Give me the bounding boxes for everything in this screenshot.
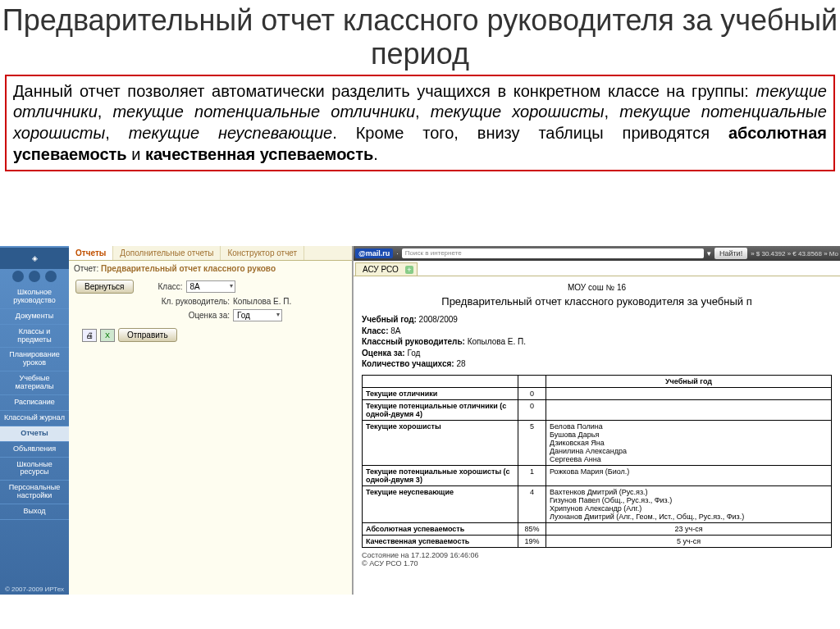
summary-row: Качественная успеваемость19%5 уч-ся	[363, 535, 832, 547]
desc-bold: качественная успеваемость	[145, 145, 373, 163]
description-box: Данный отчет позволяет автоматически раз…	[5, 75, 835, 171]
meta-row: Учебный год: 2008/2009	[362, 314, 832, 326]
tab-bar: ОтчетыДополнительные отчетыКонструктор о…	[69, 246, 352, 261]
sidebar-item[interactable]: Планирование уроков	[0, 348, 69, 371]
sidebar-item[interactable]: Школьное руководство	[0, 285, 69, 309]
school-name: МОУ сош № 16	[362, 283, 832, 292]
sidebar-item[interactable]: Учебные материалы	[0, 371, 69, 395]
mailru-toolbar: @mail.ru · Поиск в интернете ▾ Найти! » …	[354, 246, 840, 261]
preview-tab-label: АСУ РСО	[363, 265, 399, 274]
mailru-ticker: » $ 30.4392 » € 43.8568 » Мо	[751, 250, 838, 258]
tab-add-icon[interactable]: +	[405, 266, 413, 274]
excel-icon[interactable]: X	[100, 329, 115, 342]
mailru-dropdown-icon[interactable]: ▾	[707, 249, 711, 258]
mailru-logo[interactable]: @mail.ru	[355, 248, 393, 258]
sidebar-top-icons	[0, 271, 69, 282]
grade-select[interactable]: Год	[233, 309, 282, 321]
teacher-label: Кл. руководитель:	[139, 297, 230, 306]
desc-group: текущие потенциальные отличники	[112, 103, 415, 121]
table-row: Текущие потенциальные отличники (с одной…	[363, 399, 832, 420]
table-row: Текущие неуспевающие4Вахтенков Дмитрий (…	[363, 485, 832, 522]
meta-row: Количество учащихся: 28	[362, 358, 832, 370]
exit-icon[interactable]	[45, 271, 57, 282]
grade-label: Оценка за:	[139, 311, 230, 320]
report-table: Учебный год Текущие отличники0Текущие по…	[362, 375, 832, 548]
report-copyright: © АСУ РСО 1.70	[362, 559, 832, 568]
desc-text: .	[373, 145, 378, 163]
sidebar-copyright: © 2007-2009 ИРТех	[0, 586, 69, 593]
meta-row: Оценка за: Год	[362, 348, 832, 359]
report-timestamp: Состояние на 17.12.2009 16:46:06	[362, 551, 832, 560]
tab[interactable]: Конструктор отчет	[221, 246, 304, 260]
tab[interactable]: Дополнительные отчеты	[113, 246, 221, 260]
mailru-find-button[interactable]: Найти!	[714, 248, 747, 259]
sidebar-item[interactable]: Выход	[0, 504, 69, 520]
send-button[interactable]: Отправить	[118, 328, 177, 342]
meta-row: Класс: 8А	[362, 326, 832, 337]
table-row: Текущие отличники0	[363, 387, 832, 399]
mailru-search-input[interactable]: Поиск в интернете	[402, 248, 704, 258]
mailru-sep-icon: ·	[396, 249, 399, 258]
slide-title: Предварительный отчет классного руководи…	[0, 0, 840, 73]
sidebar-item[interactable]: Документы	[0, 309, 69, 325]
class-label: Класс:	[137, 282, 183, 291]
sidebar-item[interactable]: Классы и предметы	[0, 325, 69, 349]
back-button[interactable]: Вернуться	[75, 280, 134, 294]
table-row: Текущие хорошисты5Белова ПолинаБушова Да…	[363, 420, 832, 465]
col-header: Учебный год	[546, 375, 832, 387]
sidebar-item[interactable]: Классный журнал	[0, 411, 69, 426]
table-row: Текущие потенциальные хорошисты (с одной…	[363, 465, 832, 485]
home-icon[interactable]	[12, 271, 24, 282]
desc-text: Данный отчет позволяет автоматически раз…	[13, 82, 756, 100]
report-head-value: Предварительный отчет классного руково	[101, 264, 276, 273]
class-select[interactable]: 8А	[186, 280, 235, 293]
sidebar-item[interactable]: Школьные ресурсы	[0, 458, 69, 481]
summary-row: Абсолютная успеваемость85%23 уч-ся	[363, 522, 832, 535]
help-icon[interactable]	[29, 271, 40, 282]
desc-text: . Кроме того, внизу таблицы приводятся	[332, 124, 728, 142]
report-head-label: Отчет:	[74, 264, 98, 273]
desc-group: текущие хорошисты	[431, 103, 605, 121]
report-preview-panel: @mail.ru · Поиск в интернете ▾ Найти! » …	[353, 246, 840, 595]
tab[interactable]: Отчеты	[69, 246, 113, 260]
meta-row: Классный руководитель: Копылова Е. П.	[362, 336, 832, 348]
sidebar-item[interactable]: Расписание	[0, 395, 69, 411]
teacher-value: Копылова Е. П.	[233, 297, 291, 306]
desc-group: текущие неуспевающие	[129, 124, 333, 142]
desc-text: и	[127, 145, 145, 163]
print-icon[interactable]: 🖨	[82, 329, 97, 342]
report-title: Предварительный отчет классного руководи…	[362, 295, 832, 308]
preview-tab[interactable]: АСУ РСО +	[355, 262, 418, 276]
app-left-panel: ◈ Школьное руководствоДокументыКлассы и …	[0, 246, 353, 595]
report-meta: Учебный год: 2008/2009Класс: 8АКлассный …	[362, 314, 832, 370]
sidebar: ◈ Школьное руководствоДокументыКлассы и …	[0, 246, 69, 595]
sidebar-item[interactable]: Персональные настройки	[0, 481, 69, 504]
report-footer: Состояние на 17.12.2009 16:46:06 © АСУ Р…	[362, 551, 832, 569]
sidebar-item[interactable]: Объявления	[0, 442, 69, 458]
sidebar-item[interactable]: Отчеты	[0, 426, 69, 442]
report-heading: Отчет: Предварительный отчет классного р…	[69, 261, 352, 276]
app-logo-icon: ◈	[0, 248, 69, 269]
left-main-area: ОтчетыДополнительные отчетыКонструктор о…	[69, 246, 352, 595]
